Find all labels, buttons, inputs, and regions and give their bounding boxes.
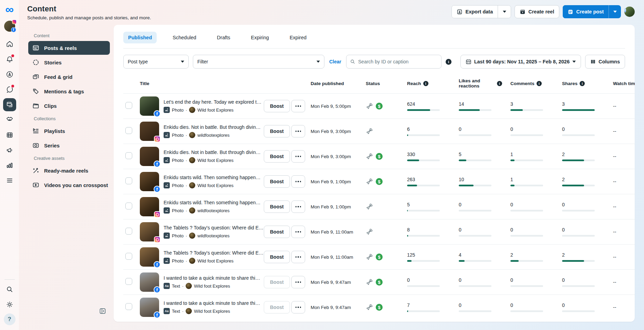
sidebar-item-videos-you-can-crosspost[interactable]: Videos you can crosspost xyxy=(28,178,110,192)
post-title[interactable]: Enkidu starts wild. Then something happe… xyxy=(164,200,260,205)
info-icon[interactable]: i xyxy=(537,81,542,86)
clear-filters-button[interactable]: Clear xyxy=(329,59,341,64)
post-title[interactable]: The Tablets ? Today's question: Where di… xyxy=(164,225,263,230)
boost-button[interactable]: Boost xyxy=(264,100,290,112)
more-options-button[interactable] xyxy=(291,200,305,213)
sidebar-item-series[interactable]: Series xyxy=(28,138,110,152)
post-title[interactable]: Let's end the day here. Today we explore… xyxy=(164,99,261,105)
business-avatar[interactable]: f xyxy=(4,21,15,32)
col-title[interactable]: Title xyxy=(140,81,264,86)
boost-button[interactable]: Boost xyxy=(264,301,290,313)
ads-icon[interactable] xyxy=(3,144,16,157)
post-title[interactable]: Enkidu dies. Not in battle. But through … xyxy=(164,149,261,155)
boosted-status-icon[interactable] xyxy=(366,153,373,160)
filter-dropdown[interactable]: Filter xyxy=(193,55,324,69)
row-checkbox[interactable] xyxy=(125,102,132,109)
info-icon[interactable]: i xyxy=(497,81,502,86)
boosted-status-icon[interactable] xyxy=(366,228,373,236)
monetization-status-icon[interactable]: $ xyxy=(376,254,383,260)
post-title[interactable]: Enkidu dies. Not in battle. But through … xyxy=(164,124,261,130)
boosted-status-icon[interactable] xyxy=(366,102,373,110)
post-thumbnail[interactable] xyxy=(140,197,159,216)
export-data-button[interactable]: Export data xyxy=(452,6,498,18)
help-icon[interactable]: ? xyxy=(4,313,15,325)
monetization-status-icon[interactable]: $ xyxy=(376,153,383,160)
search-icon[interactable] xyxy=(3,283,16,296)
post-thumbnail[interactable]: f xyxy=(140,247,159,267)
tab-scheduled[interactable]: Scheduled xyxy=(168,32,201,43)
col-reach[interactable]: Reachi xyxy=(407,81,459,86)
col-status[interactable]: Status xyxy=(366,81,407,86)
tab-published[interactable]: Published xyxy=(123,32,157,43)
post-title[interactable]: The Tablets ? Today's question: Where di… xyxy=(164,250,263,256)
row-checkbox[interactable] xyxy=(125,127,132,134)
date-range-button[interactable]: Last 90 days: Nov 11, 2025 – Feb 8, 2026 xyxy=(460,55,581,69)
more-options-button[interactable] xyxy=(291,175,305,188)
insights-icon[interactable] xyxy=(3,159,16,172)
col-date-published[interactable]: Date published xyxy=(311,81,366,86)
home-icon[interactable] xyxy=(3,38,16,51)
messages-icon[interactable] xyxy=(3,83,16,96)
col-shares[interactable]: Sharesi xyxy=(562,81,613,86)
notifications-icon[interactable] xyxy=(3,53,16,66)
settings-icon[interactable] xyxy=(3,298,16,311)
post-thumbnail[interactable] xyxy=(140,222,159,241)
tab-expired[interactable]: Expired xyxy=(285,32,311,43)
boosted-status-icon[interactable] xyxy=(366,278,373,286)
more-options-button[interactable] xyxy=(291,100,305,112)
row-checkbox[interactable] xyxy=(125,228,132,235)
boost-button[interactable]: Boost xyxy=(264,200,290,213)
boost-button[interactable]: Boost xyxy=(264,150,290,163)
post-thumbnail[interactable] xyxy=(140,122,159,141)
sidebar-item-playlists[interactable]: Playlists xyxy=(28,124,110,138)
boosted-status-icon[interactable] xyxy=(366,203,373,210)
boosted-status-icon[interactable] xyxy=(366,127,373,135)
boosted-status-icon[interactable] xyxy=(366,253,373,261)
navigation-icon[interactable] xyxy=(3,68,16,81)
more-options-button[interactable] xyxy=(291,276,305,288)
row-checkbox[interactable] xyxy=(125,278,132,285)
post-thumbnail[interactable]: f xyxy=(140,147,159,166)
all-tools-icon[interactable] xyxy=(3,174,16,187)
boost-button[interactable]: Boost xyxy=(264,276,290,288)
post-thumbnail[interactable]: f xyxy=(140,96,159,116)
export-dropdown-button[interactable] xyxy=(498,6,511,18)
create-reel-button[interactable]: Create reel xyxy=(515,5,559,18)
boosted-status-icon[interactable] xyxy=(366,303,373,311)
columns-button[interactable]: Columns xyxy=(585,55,625,69)
monetization-status-icon[interactable]: $ xyxy=(376,279,383,286)
row-checkbox[interactable] xyxy=(125,253,132,260)
post-title[interactable]: I wanted to take a quick minute to share… xyxy=(164,275,260,281)
tab-drafts[interactable]: Drafts xyxy=(212,32,235,43)
info-icon[interactable]: i xyxy=(580,81,585,86)
row-checkbox[interactable] xyxy=(125,203,132,209)
search-input[interactable] xyxy=(358,59,438,64)
post-thumbnail[interactable]: f xyxy=(140,298,159,317)
row-checkbox[interactable] xyxy=(125,177,132,184)
sidebar-item-ready-made-reels[interactable]: Ready-made reels xyxy=(28,164,110,177)
monetization-status-icon[interactable]: $ xyxy=(376,178,383,185)
create-post-button[interactable]: Create post xyxy=(563,5,609,18)
more-options-button[interactable] xyxy=(291,226,305,238)
col-comments[interactable]: Commentsi xyxy=(510,81,562,86)
boost-button[interactable]: Boost xyxy=(264,251,290,263)
create-post-dropdown-button[interactable] xyxy=(609,5,621,18)
sidebar-item-posts-reels[interactable]: Posts & reels xyxy=(28,41,110,55)
handshake-icon[interactable] xyxy=(3,113,16,126)
info-icon[interactable]: i xyxy=(423,81,428,86)
more-options-button[interactable] xyxy=(291,150,305,163)
tab-expiring[interactable]: Expiring xyxy=(246,32,274,43)
post-thumbnail[interactable]: f xyxy=(140,272,159,292)
collapse-sidebar-icon[interactable] xyxy=(99,308,106,316)
profile-avatar[interactable]: f xyxy=(624,7,635,17)
sidebar-item-stories[interactable]: Stories xyxy=(28,55,110,69)
boost-button[interactable]: Boost xyxy=(264,175,290,188)
more-options-button[interactable] xyxy=(291,251,305,263)
row-checkbox[interactable] xyxy=(125,303,132,310)
col-likes[interactable]: Likes and reactionsi xyxy=(459,78,510,89)
sidebar-item-clips[interactable]: Clips xyxy=(28,99,110,113)
monetization-status-icon[interactable]: $ xyxy=(376,103,383,110)
boost-button[interactable]: Boost xyxy=(264,125,290,137)
boost-button[interactable]: Boost xyxy=(264,226,290,238)
planner-icon[interactable] xyxy=(3,128,16,142)
